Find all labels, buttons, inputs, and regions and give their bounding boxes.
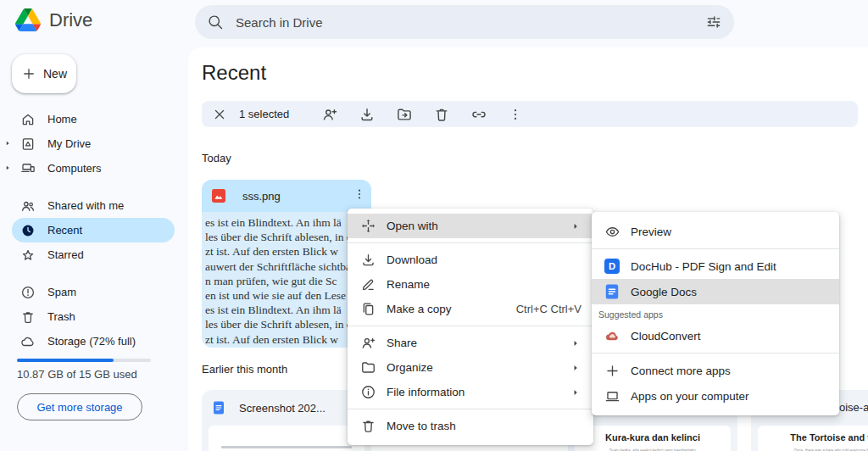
selection-toolbar: 1 selected	[202, 101, 858, 127]
file-preview-thumbnail: The Tortoise and the Once, there was a h…	[758, 426, 868, 451]
menu-divider	[348, 242, 593, 243]
dochub-icon: D	[604, 259, 620, 274]
recent-clock-icon	[20, 223, 36, 238]
info-icon	[359, 384, 376, 400]
open-with-submenu: Preview D DocHub - PDF Sign and Edit Goo…	[592, 212, 839, 415]
preview-document-title: The Tortoise and the	[758, 432, 868, 443]
menu-item-share[interactable]: Share	[348, 331, 593, 355]
context-menu: Open with Download Rename Make a copy Ct…	[348, 209, 593, 445]
link-icon[interactable]	[469, 106, 489, 123]
laptop-icon	[604, 388, 620, 404]
submenu-item-connect-more-apps[interactable]: Connect more apps	[592, 358, 839, 383]
file-more-options-icon[interactable]	[353, 187, 366, 201]
shortcut-label: Ctrl+C Ctrl+V	[516, 303, 581, 315]
sidebar: New Home My Drive	[0, 47, 188, 451]
search-bar[interactable]	[195, 5, 734, 39]
file-card-sss-png[interactable]: sss.png es ist ein Blindtext. An ihm lä …	[202, 180, 371, 348]
suggested-apps-label: Suggested apps	[592, 304, 839, 323]
move-to-folder-icon[interactable]	[394, 106, 415, 123]
menu-item-file-information[interactable]: File information	[348, 380, 593, 404]
submenu-arrow-icon	[570, 362, 581, 374]
menu-divider	[348, 409, 593, 409]
menu-divider	[348, 326, 593, 326]
drive-logo-icon	[15, 8, 41, 31]
cloudconvert-icon	[604, 328, 620, 344]
download-icon[interactable]	[357, 106, 377, 123]
shared-with-me-icon	[20, 198, 36, 214]
submenu-arrow-icon	[570, 387, 581, 398]
submenu-arrow-icon	[570, 337, 581, 349]
menu-item-download[interactable]: Download	[348, 248, 593, 272]
selected-count: 1 selected	[239, 108, 289, 120]
sidebar-item-recent[interactable]: Recent	[12, 218, 175, 242]
file-card-screenshot[interactable]: Screenshot 202...	[202, 390, 371, 451]
file-card-header: Screenshot 202...	[202, 390, 371, 426]
clear-selection-close-icon[interactable]	[212, 107, 227, 122]
search-icon	[207, 14, 224, 31]
plus-icon	[21, 66, 36, 81]
sidebar-nav: Home My Drive Computers	[0, 107, 188, 354]
sidebar-item-computers[interactable]: Computers	[12, 156, 175, 181]
copy-icon	[359, 301, 376, 317]
download-icon	[359, 252, 376, 268]
file-name: sss.png	[242, 190, 281, 203]
sidebar-item-shared-with-me[interactable]: Shared with me	[12, 193, 175, 218]
submenu-item-google-docs[interactable]: Google Docs	[592, 279, 839, 304]
folder-icon	[359, 359, 376, 376]
plus-icon	[604, 363, 620, 379]
google-docs-icon	[604, 284, 620, 299]
menu-item-organize[interactable]: Organize	[348, 355, 593, 380]
get-more-storage-button[interactable]: Get more storage	[17, 393, 142, 420]
home-icon	[20, 112, 36, 127]
storage-usage-text: 10.87 GB of 15 GB used	[17, 368, 137, 381]
preview-text-line	[221, 446, 353, 448]
file-name-fragment: oise-a	[839, 390, 868, 426]
rename-pencil-icon	[359, 276, 376, 292]
submenu-item-apps-on-your-computer[interactable]: Apps on your computer	[592, 383, 839, 409]
file-preview-text: es ist ein Blindtext. An ihm lä les über…	[202, 212, 371, 348]
sidebar-item-home[interactable]: Home	[12, 107, 175, 131]
new-button[interactable]: New	[12, 54, 76, 93]
sidebar-item-trash[interactable]: Trash	[12, 304, 175, 329]
menu-item-move-to-trash[interactable]: Move to trash	[348, 414, 593, 438]
expand-caret-icon[interactable]	[3, 164, 12, 172]
menu-item-make-a-copy[interactable]: Make a copy Ctrl+C Ctrl+V	[348, 297, 593, 321]
submenu-item-dochub[interactable]: D DocHub - PDF Sign and Edit	[592, 253, 839, 279]
sidebar-item-spam[interactable]: Spam	[12, 280, 175, 304]
app-title: Drive	[49, 9, 92, 31]
new-button-label: New	[43, 67, 67, 81]
eye-icon	[604, 224, 620, 240]
file-preview-thumbnail	[209, 426, 364, 451]
computers-icon	[20, 161, 36, 176]
search-filters-icon[interactable]	[705, 14, 722, 31]
sidebar-item-storage[interactable]: Storage (72% full)	[12, 329, 175, 354]
file-name: Screenshot 202...	[239, 402, 326, 415]
drive-brand: Drive	[15, 8, 92, 31]
submenu-item-cloudconvert[interactable]: CloudConvert	[592, 323, 839, 348]
trash-icon[interactable]	[431, 106, 452, 123]
sidebar-item-my-drive[interactable]: My Drive	[12, 131, 175, 156]
preview-document-title: Kura-kura dan kelinci	[575, 432, 731, 443]
expand-caret-icon[interactable]	[3, 139, 12, 148]
search-input[interactable]	[234, 14, 695, 31]
add-person-icon[interactable]	[320, 106, 340, 123]
spam-icon	[20, 285, 36, 300]
open-with-icon	[359, 218, 376, 234]
file-preview-thumbnail: Kura-kura dan kelinci Suatu ketika, ada …	[575, 426, 731, 451]
top-bar: Drive	[0, 0, 868, 47]
storage-progress-fill	[17, 359, 114, 362]
section-label-today: Today	[202, 152, 231, 164]
trash-icon	[20, 309, 36, 325]
docs-file-icon	[212, 401, 225, 415]
menu-item-rename[interactable]: Rename	[348, 272, 593, 297]
menu-item-open-with[interactable]: Open with	[348, 214, 593, 238]
cloud-storage-icon	[20, 334, 36, 349]
file-card-header: sss.png	[202, 180, 371, 212]
page-title: Recent	[202, 61, 266, 85]
svg-text:D: D	[609, 261, 615, 271]
more-options-icon[interactable]	[506, 107, 525, 122]
submenu-item-preview[interactable]: Preview	[592, 219, 839, 244]
section-label-earlier: Earlier this month	[202, 363, 287, 376]
trash-icon	[359, 418, 376, 434]
sidebar-item-starred[interactable]: Starred	[12, 242, 175, 267]
